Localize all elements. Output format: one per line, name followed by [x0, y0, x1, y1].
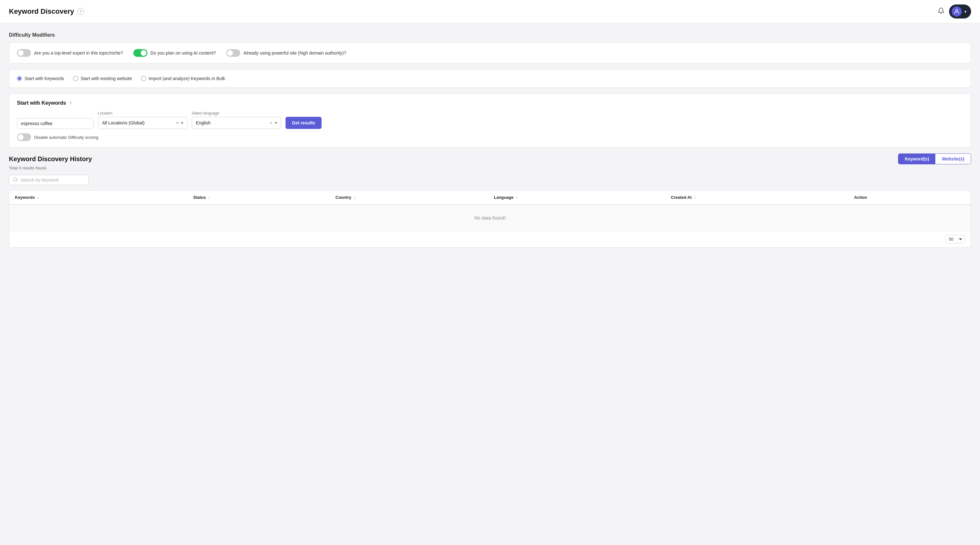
user-menu[interactable]: ▾	[949, 5, 971, 19]
keyword-form-card: Start with Keywords ? Location All Locat…	[9, 94, 971, 148]
sort-keywords-icon: ↕	[37, 196, 39, 199]
toggle-domain-label: Already using powerful site (high domain…	[243, 50, 346, 56]
toggle-expert-slider	[17, 49, 31, 57]
topbar-left: Keyword Discovery ?	[9, 7, 84, 16]
history-title: Keyword Discovery History	[9, 155, 92, 163]
col-action: Action	[848, 191, 971, 204]
keyword-form-title: Start with Keywords ?	[17, 100, 963, 106]
language-value: English	[196, 120, 269, 125]
location-clear-button[interactable]: ×	[175, 120, 180, 126]
tab-keywords[interactable]: Keyword(s)	[898, 154, 935, 164]
sort-status-icon: ↕	[208, 196, 210, 199]
source-options-card: Start with Keywords Start with existing …	[9, 69, 971, 88]
radio-website-label: Start with existing website	[81, 76, 132, 81]
keyword-input-group	[17, 118, 94, 129]
location-select[interactable]: All Locations (Global) × ▾	[98, 117, 187, 129]
radio-bulk-input[interactable]	[141, 76, 146, 81]
toggle-ai-slider	[134, 49, 147, 57]
main-content: Difficulty Modifiers Are you a top-level…	[0, 23, 980, 257]
table-footer: 10 25 50 100	[9, 231, 971, 247]
toggle-item-1: Are you a top-level expert in this topic…	[17, 49, 123, 57]
radio-row: Start with Keywords Start with existing …	[17, 76, 963, 81]
disable-scoring-row: Disable automatic Difficulty scoring	[17, 133, 963, 141]
sort-language-icon: ↕	[516, 196, 518, 199]
history-section: Keyword Discovery History Keyword(s) Web…	[9, 153, 971, 248]
history-table-wrapper: Keywords ↕ Status ↕ Country ↕ Language	[9, 190, 971, 248]
location-value: All Locations (Global)	[102, 120, 175, 125]
svg-line-2	[16, 180, 17, 181]
language-chevron-icon[interactable]: ▾	[274, 120, 278, 126]
avatar	[951, 6, 962, 17]
table-header: Keywords ↕ Status ↕ Country ↕ Language	[9, 191, 971, 204]
history-header: Keyword Discovery History Keyword(s) Web…	[9, 153, 971, 164]
toggle-item-2: Do you plan on using AI content?	[134, 49, 216, 57]
radio-website[interactable]: Start with existing website	[73, 76, 132, 81]
toggle-expert-label: Are you a top-level expert in this topic…	[34, 50, 123, 56]
radio-keywords-input[interactable]	[17, 76, 22, 81]
search-box	[9, 175, 89, 185]
page-size-select[interactable]: 10 25 50 100	[945, 235, 965, 244]
get-results-button[interactable]: Get results	[285, 117, 321, 129]
toggle-domain-slider	[226, 49, 240, 57]
bell-button[interactable]	[937, 7, 945, 16]
difficulty-row: Are you a top-level expert in this topic…	[17, 49, 963, 57]
location-input-group: Location All Locations (Global) × ▾	[98, 111, 187, 129]
search-icon	[13, 177, 18, 183]
disable-scoring-label: Disable automatic Difficulty scoring	[34, 135, 98, 140]
no-data-row: No data found!	[9, 204, 971, 231]
user-chevron-icon: ▾	[964, 9, 967, 14]
language-input-group: Select language English × ▾	[192, 111, 281, 129]
topbar: Keyword Discovery ? ▾	[0, 0, 980, 23]
table-body: No data found!	[9, 204, 971, 231]
history-table: Keywords ↕ Status ↕ Country ↕ Language	[9, 191, 971, 231]
location-chevron-icon[interactable]: ▾	[180, 120, 185, 126]
toggle-item-3: Already using powerful site (high domain…	[226, 49, 346, 57]
language-select[interactable]: English × ▾	[192, 117, 281, 129]
toggle-scoring[interactable]	[17, 133, 31, 141]
location-label: Location	[98, 111, 187, 116]
sort-country-icon: ↕	[354, 196, 356, 199]
keyword-inputs-row: Location All Locations (Global) × ▾ Sele…	[17, 111, 963, 129]
radio-bulk-label: Import (and analyze) Keywords in Bulk	[149, 76, 225, 81]
toggle-scoring-slider	[17, 133, 31, 141]
col-language[interactable]: Language ↕	[488, 191, 665, 204]
sort-created-icon: ↕	[694, 196, 696, 199]
col-country[interactable]: Country ↕	[330, 191, 488, 204]
page-title: Keyword Discovery	[9, 7, 74, 16]
toggle-expert[interactable]	[17, 49, 31, 57]
toggle-ai-label: Do you plan on using AI content?	[151, 50, 216, 56]
results-count: Total 0 results found.	[9, 166, 971, 171]
search-input[interactable]	[21, 177, 84, 183]
keyword-help-icon[interactable]: ?	[69, 101, 72, 106]
language-label: Select language	[192, 111, 281, 116]
tab-group: Keyword(s) Website(s)	[898, 153, 971, 164]
toggle-ai[interactable]	[134, 49, 147, 57]
no-data-cell: No data found!	[9, 204, 971, 231]
radio-keywords-label: Start with Keywords	[25, 76, 64, 81]
col-created-at[interactable]: Created At ↕	[665, 191, 848, 204]
col-status[interactable]: Status ↕	[187, 191, 329, 204]
radio-keywords[interactable]: Start with Keywords	[17, 76, 64, 81]
radio-bulk[interactable]: Import (and analyze) Keywords in Bulk	[141, 76, 225, 81]
difficulty-card: Are you a top-level expert in this topic…	[9, 43, 971, 64]
difficulty-section-title: Difficulty Modifiers	[9, 32, 971, 38]
radio-website-input[interactable]	[73, 76, 78, 81]
language-clear-button[interactable]: ×	[269, 120, 274, 126]
tab-websites[interactable]: Website(s)	[935, 154, 971, 164]
toggle-domain[interactable]	[226, 49, 240, 57]
col-keywords[interactable]: Keywords ↕	[9, 191, 187, 204]
topbar-right: ▾	[937, 5, 971, 19]
svg-point-0	[956, 9, 958, 11]
keyword-input[interactable]	[17, 118, 94, 129]
help-icon[interactable]: ?	[77, 8, 84, 15]
